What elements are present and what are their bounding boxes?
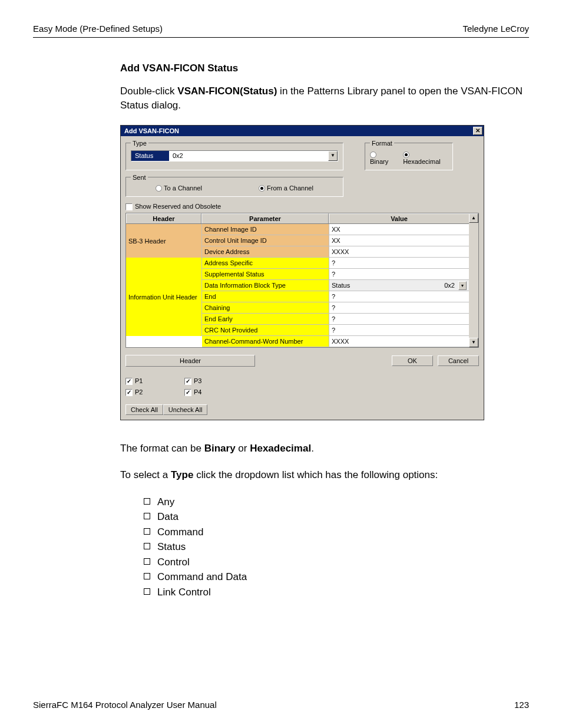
cancel-button[interactable]: Cancel xyxy=(438,355,479,366)
iu-header-cell: Information Unit Header xyxy=(126,258,202,336)
header-right: Teledyne LeCroy xyxy=(462,24,529,34)
footer-left: SierraFC M164 Protocol Analyzer User Man… xyxy=(33,700,217,710)
list-item: Data xyxy=(144,509,529,525)
value-cell[interactable]: ? xyxy=(329,314,469,325)
list-item: Command and Data xyxy=(144,569,529,585)
bullet-icon xyxy=(144,558,150,565)
value-cell[interactable]: XX xyxy=(329,235,469,246)
close-icon[interactable]: ✕ xyxy=(473,127,482,135)
param-cell: Supplemental Status xyxy=(202,269,329,280)
col-parameter: Parameter xyxy=(201,213,329,223)
check-all-button[interactable]: Check All xyxy=(125,404,163,415)
add-vsan-ficon-dialog: Add VSAN-FICON ✕ Type Status 0x2 ▼ Forma… xyxy=(120,125,484,420)
bullet-icon xyxy=(144,513,150,519)
bullet-icon xyxy=(144,528,150,535)
chevron-down-icon[interactable]: ▼ xyxy=(328,151,338,161)
header-left: Easy Mode (Pre-Defined Setups) xyxy=(33,24,163,34)
dialog-titlebar: Add VSAN-FICON ✕ xyxy=(121,126,484,136)
type-group: Type Status 0x2 ▼ xyxy=(125,140,343,170)
param-cell: Data Information Block Type xyxy=(202,280,329,291)
list-item: Status xyxy=(144,539,529,555)
bullet-icon xyxy=(144,573,150,579)
bullet-icon xyxy=(144,543,150,549)
list-item: Command xyxy=(144,525,529,540)
value-cell[interactable]: XXXX xyxy=(329,336,469,347)
col-header: Header xyxy=(126,213,201,223)
param-cell: Device Address xyxy=(202,246,329,258)
dialog-title: Add VSAN-FICON xyxy=(124,127,179,134)
sb3-header-cell: SB-3 Header xyxy=(126,224,202,258)
page-header: Easy Mode (Pre-Defined Setups) Teledyne … xyxy=(33,24,529,38)
page-footer: SierraFC M164 Protocol Analyzer User Man… xyxy=(33,700,529,710)
p4-checkbox[interactable]: P4 xyxy=(184,388,232,396)
header-tab-button[interactable]: Header xyxy=(125,355,255,367)
sent-group: Sent To a Channel From a Channel xyxy=(125,174,343,197)
value-cell[interactable]: ? xyxy=(329,258,469,269)
param-cell: End Early xyxy=(202,314,329,325)
to-channel-radio[interactable]: To a Channel xyxy=(156,185,202,192)
param-cell: End xyxy=(202,291,329,302)
format-paragraph: The format can be Binary or Hexadecimal. xyxy=(120,442,529,456)
scrollbar[interactable]: ▲ ▼ xyxy=(469,213,478,347)
bullet-icon xyxy=(144,588,150,595)
value-cell[interactable]: ? xyxy=(329,269,469,280)
format-group: Format Binary Hexadecimal xyxy=(365,140,453,170)
param-cell: CRC Not Provided xyxy=(202,325,329,336)
from-channel-radio[interactable]: From a Channel xyxy=(259,185,313,192)
type-paragraph: To select a Type click the dropdown list… xyxy=(120,468,529,483)
list-item: Any xyxy=(144,495,529,510)
type-dropdown[interactable]: Status 0x2 ▼ xyxy=(131,150,338,162)
chevron-down-icon[interactable]: ▼ xyxy=(458,281,467,290)
list-item: Control xyxy=(144,555,529,570)
value-cell[interactable]: XX xyxy=(329,224,469,235)
value-cell[interactable]: ? xyxy=(329,325,469,336)
parameter-grid: Header Parameter Value SB-3 Header Infor… xyxy=(125,213,479,348)
col-value: Value xyxy=(329,213,469,223)
show-reserved-checkbox[interactable]: Show Reserved and Obsolete xyxy=(125,203,479,210)
value-cell[interactable]: ? xyxy=(329,291,469,302)
param-cell: Chaining xyxy=(202,302,329,314)
param-cell: Address Specific xyxy=(202,258,329,269)
p3-checkbox[interactable]: P3 xyxy=(184,377,232,385)
section-title: Add VSAN-FICON Status xyxy=(120,61,529,76)
list-item: Link Control xyxy=(144,585,529,600)
scroll-up-icon[interactable]: ▲ xyxy=(469,213,478,223)
bullet-icon xyxy=(144,498,150,505)
hexadecimal-radio[interactable]: Hexadecimal xyxy=(403,150,448,165)
value-cell[interactable]: XXXX xyxy=(329,246,469,258)
p1-checkbox[interactable]: P1 xyxy=(125,377,173,385)
uncheck-all-button[interactable]: Uncheck All xyxy=(163,404,207,415)
p2-checkbox[interactable]: P2 xyxy=(125,388,173,396)
value-cell-dropdown[interactable]: Status 0x2 ▼ xyxy=(329,280,469,291)
scroll-down-icon[interactable]: ▼ xyxy=(469,338,478,347)
param-cell: Channel-Command-Word Number xyxy=(202,336,329,347)
param-cell: Channel Image ID xyxy=(202,224,329,235)
type-options-list: Any Data Command Status Control Command … xyxy=(144,495,529,600)
value-cell[interactable]: ? xyxy=(329,302,469,314)
param-cell: Control Unit Image ID xyxy=(202,235,329,246)
page-number: 123 xyxy=(514,700,529,710)
ok-button[interactable]: OK xyxy=(392,355,433,366)
binary-radio[interactable]: Binary xyxy=(370,150,396,165)
intro-paragraph: Double-click VSAN-FICON(Status) in the P… xyxy=(120,84,529,113)
